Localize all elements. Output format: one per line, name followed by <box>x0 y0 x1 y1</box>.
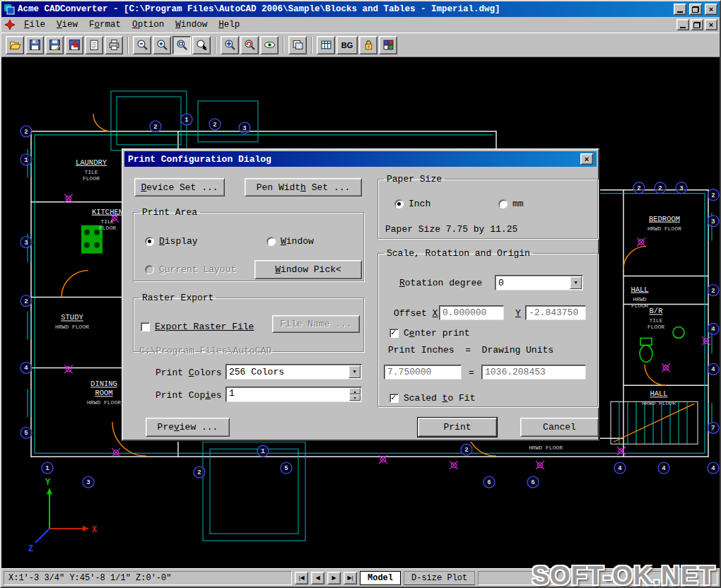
menu-view[interactable]: View <box>51 18 83 32</box>
window-pick-button[interactable]: Window Pick< <box>254 260 362 279</box>
svg-text:Z: Z <box>28 544 33 554</box>
dialog-title: Print Configuration Dialog <box>128 154 271 165</box>
paper-size-group: Paper Size Inch mm Paper Size 7.75 by 11… <box>377 174 598 239</box>
grid-bubble-label: 3 <box>242 125 246 132</box>
preview-eye-button[interactable] <box>260 36 279 54</box>
zoom-in-button[interactable] <box>153 36 171 54</box>
zoom-window-button[interactable] <box>172 36 191 54</box>
minimize-button[interactable] <box>674 4 686 15</box>
spin-down-icon[interactable]: ▼ <box>349 394 360 401</box>
offset-x-field[interactable] <box>439 305 504 320</box>
tab-model[interactable]: Model <box>360 571 401 585</box>
close-icon: × <box>709 5 713 13</box>
dropdown-arrow-icon[interactable]: ▼ <box>570 276 582 289</box>
zoom-pointer-icon <box>196 39 208 51</box>
offset-y-field[interactable] <box>525 305 586 320</box>
bg-toggle-button[interactable]: BG <box>336 36 358 54</box>
mdi-close-button[interactable]: × <box>705 19 717 30</box>
inch-radio[interactable]: Inch <box>394 199 430 209</box>
print-copies-value: 1 <box>229 388 235 399</box>
units-equation-label: Print Inches = Drawing Units <box>388 345 553 355</box>
menu-format[interactable]: Format <box>83 18 127 32</box>
convert-icon <box>69 39 81 51</box>
restore-button[interactable] <box>689 4 702 15</box>
print-copies-spinner[interactable]: 1 ▲ ▼ <box>225 387 362 402</box>
room-label: B/R <box>650 307 664 316</box>
raster-export-legend: Raster Export <box>139 293 216 303</box>
export-raster-checkbox[interactable]: Export Raster File <box>141 322 254 332</box>
pen-width-set-button[interactable]: Pen Width Set ... <box>245 178 362 196</box>
title-bar[interactable]: Acme CADConverter - [C:\Program Files\Au… <box>1 1 720 17</box>
print-button[interactable] <box>105 36 123 54</box>
window-radio[interactable]: Window <box>266 236 314 247</box>
palette-button[interactable] <box>379 36 397 54</box>
device-set-button[interactable]: Device Set ... <box>134 178 225 196</box>
drawing-units-field[interactable] <box>481 365 586 380</box>
tab-next-button[interactable]: ▶ <box>327 572 341 584</box>
room-label: LAUNDRY <box>76 158 107 167</box>
table-button[interactable] <box>317 36 335 54</box>
mm-radio[interactable]: mm <box>498 199 524 209</box>
mdi-minimize-button[interactable] <box>676 19 689 30</box>
rotation-degree-select[interactable]: 0 ▼ <box>495 275 583 290</box>
room-sublabel: FLOOR <box>647 324 664 330</box>
toolbar-separator <box>215 37 216 54</box>
zoom-pointer-button[interactable] <box>192 36 211 54</box>
toolbar-separator <box>127 37 129 54</box>
tab-prev-button[interactable]: ◀ <box>311 572 324 584</box>
menu-window[interactable]: Window <box>170 18 213 32</box>
menu-help[interactable]: Help <box>213 18 245 32</box>
center-print-checkbox[interactable]: Center print <box>389 328 470 339</box>
mdi-minimize-icon <box>680 23 686 28</box>
mdi-controls: × <box>676 19 717 30</box>
tab-d-size-plot[interactable]: D-size Plot <box>404 571 475 585</box>
layers-button[interactable] <box>288 36 307 54</box>
open-icon <box>9 39 21 51</box>
display-radio[interactable]: Display <box>145 236 198 247</box>
close-button[interactable]: × <box>705 4 717 15</box>
room-label: HALL <box>650 389 667 398</box>
grid-bubble-label: 2 <box>24 129 28 136</box>
tab-first-button[interactable]: |◀ <box>295 572 308 584</box>
offset-y-label: Y <box>515 308 521 319</box>
grid-bubble-label: 1 <box>45 465 49 472</box>
room-label: BEDROOM <box>649 215 680 223</box>
toolbar: BG <box>1 33 720 57</box>
zoom-back-button[interactable] <box>240 36 259 54</box>
menu-option[interactable]: Option <box>127 18 170 32</box>
offset-label: Offset X <box>394 308 438 319</box>
bg-label: BG <box>341 41 353 49</box>
checkbox-box <box>389 329 399 338</box>
menu-file[interactable]: File <box>18 18 51 32</box>
spin-up-icon[interactable]: ▲ <box>349 388 360 394</box>
grid-bubble-label: 5 <box>24 430 28 437</box>
print-colors-select[interactable]: 256 Colors ▼ <box>225 364 362 380</box>
grid-bubble-label: 4 <box>618 465 622 472</box>
watermark: SOFT-OK.NET <box>532 561 715 588</box>
radio-dot <box>266 237 276 246</box>
grid-bubble-label: 2 <box>197 469 201 476</box>
preview-button[interactable]: Preview ... <box>146 418 230 437</box>
cancel-button[interactable]: Cancel <box>520 418 599 437</box>
print-copies-label: Print Copies <box>156 390 222 401</box>
lock-button[interactable] <box>359 36 377 54</box>
mdi-restore-button[interactable] <box>691 19 703 30</box>
grid-bubble-label: 2 <box>711 192 715 199</box>
save-as-button[interactable] <box>45 36 64 54</box>
room-label: KITCHEN <box>92 208 123 216</box>
zoom-extents-icon <box>224 39 236 51</box>
toolbar-separator <box>283 37 284 54</box>
tab-last-button[interactable]: ▶| <box>344 572 357 584</box>
print-button[interactable]: Print <box>418 418 497 437</box>
dropdown-arrow-icon[interactable]: ▼ <box>348 365 360 378</box>
zoom-out-button[interactable] <box>133 36 151 54</box>
pages-button[interactable] <box>85 36 103 54</box>
dialog-title-bar[interactable]: Print Configuration Dialog × <box>124 151 597 167</box>
open-button[interactable] <box>6 36 24 54</box>
scaled-to-fit-checkbox[interactable]: Scaled to Fit <box>389 393 475 404</box>
save-button[interactable] <box>25 36 44 54</box>
dialog-close-button[interactable]: × <box>580 153 593 165</box>
grid-bubble-label: 2 <box>711 288 715 295</box>
zoom-extents-button[interactable] <box>221 36 239 54</box>
convert-button[interactable] <box>65 36 83 54</box>
